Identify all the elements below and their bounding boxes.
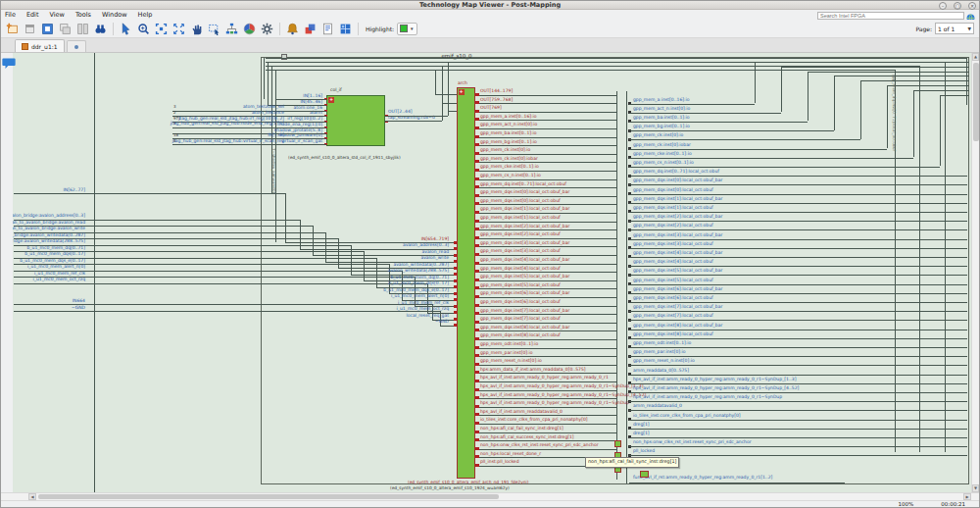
schematic-canvas[interactable]: emif_s10_0denali_to_avalon_bridge:avalon… <box>13 53 971 492</box>
net-label[interactable]: gpp_mem_a:inst[0..16]:io <box>633 98 690 103</box>
pin-label[interactable]: avalon_writedata[288..575] <box>388 269 449 274</box>
pin-label[interactable]: non_hps:afi_cal_fail_sync_inst:dreg[1] <box>480 427 564 432</box>
pin-label[interactable]: gpp_mem_act_n:inst[0]:io <box>480 123 537 127</box>
fit-selection-icon[interactable] <box>39 21 56 36</box>
net-label[interactable]: jtag_hub_gen:real_sld_jtag_hub:node_ena_… <box>171 122 284 127</box>
net-label[interactable]: hps_avl_if_inst:amm_ready_0_hyper_reg:am… <box>633 395 782 400</box>
net-label[interactable]: gpp_mem_dqs:inst[4]:local_oct:obuf_bar <box>633 251 722 256</box>
pin-label[interactable]: gpp_mem_ck:inst[0]:io <box>480 148 530 153</box>
pin-label[interactable]: OUT[759..768] <box>480 98 513 103</box>
net-label[interactable]: dreg[1] <box>633 423 650 428</box>
net-label[interactable]: gpp_mem_ck:inst[0]:io <box>633 133 683 138</box>
net-label[interactable]: non_hps:onw_clks_rst_inst:reset_sync_pri… <box>633 440 752 445</box>
net-label[interactable]: gpp_mem_dqs:inst[1]:local_oct:obuf <box>633 206 713 211</box>
highlight-color-button[interactable]: ▼ <box>397 23 416 35</box>
pin-label[interactable]: gpp_mem_dqs:inst[2]:local_oct:obuf <box>480 232 561 237</box>
net-label[interactable]: gpp_mem_dqs:inst[0]:local_oct:obuf_bar <box>633 178 722 183</box>
pin-label[interactable]: gpp_mem_reset_n:inst[0]:io <box>480 359 542 364</box>
menu-view[interactable]: View <box>49 11 64 19</box>
pin-label[interactable]: pll_inst:pll_locked <box>480 460 519 465</box>
pin-label[interactable]: gpp_mem_dqs:inst[4]:local_oct:obuf_bar <box>480 258 569 263</box>
pin-label[interactable]: gpp_mem_par:inst[0]:io <box>480 351 533 356</box>
pin-label[interactable]: gpp_mem_dqs:inst[5]:local_oct:obuf <box>480 283 561 288</box>
net-label[interactable]: gpp_mem_dqs:inst[5]:local_oct:obuf_bar <box>633 269 722 274</box>
pin-label[interactable]: non_hps:onw_clks_rst_inst:reset_sync_pri… <box>480 443 599 448</box>
pin-label[interactable]: gpp_mem_dqs:inst[6]:local_oct:obuf <box>480 300 561 305</box>
net-label[interactable]: gpp_mem_dqs:inst[7]:local_oct:obuf_bar <box>633 305 722 310</box>
horizontal-scrollbar[interactable]: ◀ ▶ <box>1 492 979 500</box>
minimize-button[interactable]: – <box>939 2 947 10</box>
pin-label[interactable]: gpp_mem_ck:inst[0]:iobar <box>480 157 538 162</box>
pin-label[interactable]: gpp_mem_cs_n:inst[0..1]:io <box>480 174 541 178</box>
pin-label[interactable]: gpp_mem_dqs:inst[8]:local_oct:obuf_bar <box>480 326 569 330</box>
zoom-fit-icon[interactable] <box>153 21 170 36</box>
pin-label[interactable]: gpp_mem_dqs:inst[2]:local_oct:obuf_bar <box>480 225 569 229</box>
select-tool-icon[interactable] <box>118 21 134 36</box>
close-button[interactable]: ✕ <box>968 2 976 10</box>
pin-label[interactable]: gpp_mem_dqs:inst[5]:local_oct:obuf_bar <box>480 275 569 279</box>
port-label[interactable]: ~GND <box>72 306 85 311</box>
net-label[interactable]: dreg[1] <box>633 432 650 436</box>
pan-tool-icon[interactable] <box>188 21 205 36</box>
net-label[interactable]: gpp_mem_dqs:inst[2]:local_oct:obuf_bar <box>633 215 722 220</box>
pin-label[interactable]: non_hps:afi_cal_success_sync_inst:dreg[1… <box>480 435 574 440</box>
search-input[interactable] <box>817 12 964 20</box>
net-label[interactable]: gpp_mem_cke:inst[0..1]:io <box>633 152 692 157</box>
maximize-button[interactable]: ▢ <box>954 2 961 10</box>
net-label[interactable]: amm_readdatavalid_0 <box>633 404 682 409</box>
port-label[interactable]: b_u1_mc0_mem_dq[0..71] <box>26 246 85 251</box>
net-label[interactable]: gpp_mem_bg:inst[0..1]:io <box>633 125 690 129</box>
pin-label[interactable]: i_u1_mc0_mem_ref_clk <box>398 301 449 306</box>
scroll-down-icon[interactable]: ▼ <box>972 484 979 492</box>
pin-label[interactable]: b_u1_mc0_mem_dqs[0..17] <box>388 281 449 286</box>
pin-label[interactable]: hps:amm_data_if_inst:amm_readdata_0[0..5… <box>480 368 586 373</box>
net-label[interactable]: gpp_mem_dq:inst[0..71]:local_oct:obuf <box>633 170 719 175</box>
pin-label[interactable]: gpp_mem_dqs:inst[0]:local_oct:obuf_bar <box>480 190 569 195</box>
net-label[interactable]: gpp_mem_dqs:inst[8]:local_oct:obuf <box>633 332 713 337</box>
net-label[interactable]: amm_readdata_0[0..575] <box>633 369 689 374</box>
comment-bubble-icon[interactable] <box>2 55 16 67</box>
pin-label[interactable]: avalon_writedata[0..287] <box>393 263 449 268</box>
expand-icon[interactable]: + <box>459 89 465 95</box>
net-label[interactable]: gpp_mem_dqs:inst[0]:local_oct:obuf <box>633 188 713 193</box>
rubberband-select-icon[interactable] <box>206 21 222 36</box>
pin-label[interactable]: b_u1_mc0_mem_dq[0..71] <box>390 276 449 280</box>
net-label[interactable]: gpp_mem_odt:inst[0..1]:io <box>633 341 691 346</box>
port-label[interactable]: denali_to_avalon_bridge:avalon_write <box>13 227 85 231</box>
color-wheel-icon[interactable] <box>241 21 258 36</box>
net-label[interactable]: io_tiles_inst:core_clks_from_cpa_pri_non… <box>633 414 741 419</box>
net-label[interactable]: gpp_mem_dqs:inst[3]:local_oct:obuf <box>633 242 713 247</box>
menu-help[interactable]: Help <box>138 11 153 19</box>
port-label[interactable]: denali_to_avalon_bridge:avalon_writedata… <box>13 233 85 238</box>
zoom-tool-icon[interactable] <box>135 21 152 36</box>
pin-label[interactable]: gpp_mem_dqs:inst[1]:local_oct:obuf <box>480 216 561 221</box>
net-label[interactable]: jtag_hub_gen:real_sld_jtag_hub:virtual_i… <box>172 139 284 144</box>
net-label[interactable]: gpp_mem_dqs:inst[6]:local_oct:obuf <box>633 296 713 301</box>
pin-label[interactable]: OUT[769] <box>480 106 502 111</box>
instance-arch[interactable] <box>457 87 475 479</box>
pin-label[interactable]: gpp_mem_dq:inst[0..71]:local_oct:obuf <box>480 182 566 187</box>
menu-tools[interactable]: Tools <box>75 11 91 19</box>
port-label[interactable]: IN664 <box>73 299 85 304</box>
pin-label[interactable]: gpp_mem_cke:inst[0..1]:io <box>480 165 539 170</box>
find-icon[interactable] <box>92 21 109 36</box>
settings-icon[interactable] <box>259 21 275 36</box>
tab-overview[interactable] <box>67 40 86 52</box>
net-label[interactable]: gpp_mem_act_n:inst[0]:io <box>633 107 690 112</box>
net-label[interactable]: atom_instance <box>252 111 284 116</box>
port-label[interactable]: IN[62..77] <box>63 188 85 193</box>
leaf-cell[interactable] <box>640 471 649 478</box>
port-label[interactable]: i_u1_mc0_mem_alert_n[0] <box>27 265 85 270</box>
port-label[interactable]: b_u1_mc0_mem_dqs[0..17] <box>24 252 85 257</box>
net-label[interactable]: gpp_mem_dqs:inst[5]:local_oct:obuf <box>633 279 713 283</box>
net-label[interactable]: gpp_mem_ck:inst[0]:iobar <box>633 143 691 148</box>
properties-icon[interactable] <box>302 21 318 36</box>
vertical-scrollbar[interactable]: ▲ ▼ <box>971 53 979 492</box>
vscroll-thumb[interactable] <box>973 63 979 141</box>
net-label[interactable]: gpp_mem_reset_n:inst[0]:io <box>633 359 695 364</box>
scroll-left-icon[interactable]: ◀ <box>28 493 36 500</box>
pin-label[interactable]: virtual_ir_scan_gat <box>281 139 322 144</box>
net-label[interactable]: gpp_mem_dqs:inst[1]:local_oct:obuf_bar <box>633 197 722 202</box>
scroll-up-icon[interactable]: ▲ <box>972 53 979 61</box>
port-label[interactable]: i_u1_mc0_mem_oct_rzq <box>32 278 85 282</box>
